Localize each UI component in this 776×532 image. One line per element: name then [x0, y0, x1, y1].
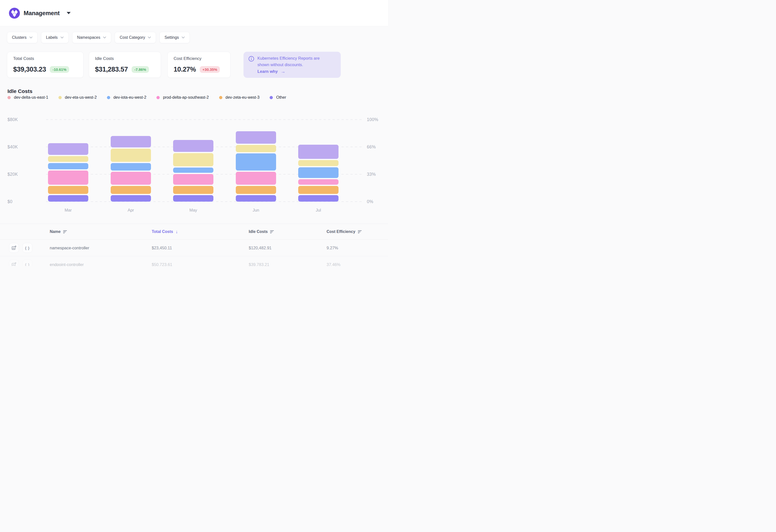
bar-apr[interactable]: [111, 136, 151, 202]
y-axis-tick-right: 66%: [367, 145, 376, 150]
column-header-total-costs[interactable]: Total Costs ↓: [152, 229, 249, 234]
clusters-filter-button[interactable]: Clusters: [7, 32, 37, 43]
bar-segment-Other[interactable]: [236, 195, 276, 202]
bar-segment-prod-delta-ap-southeast-2[interactable]: [173, 174, 213, 185]
page-title[interactable]: Management: [24, 10, 60, 17]
table-row[interactable]: { } namespace-controller $23,450.11 $120…: [0, 240, 388, 256]
sort-lines-icon: [270, 230, 274, 233]
bar-segment-dev-zeta-eu-west-3[interactable]: [236, 186, 276, 194]
cost-category-filter-button[interactable]: Cost Category: [115, 32, 156, 43]
bar-mar[interactable]: [48, 143, 88, 202]
bar-segment-dev-delta-us-east-1[interactable]: [173, 140, 213, 152]
bar-segment-dev-eta-us-west-2[interactable]: [48, 156, 88, 162]
x-axis-label: May: [173, 208, 213, 213]
column-header-idle-costs[interactable]: Idle Costs: [249, 230, 327, 234]
x-axis-label: Jun: [236, 208, 276, 213]
legend-item[interactable]: Other: [269, 95, 286, 100]
settings-filter-button[interactable]: Settings: [159, 32, 190, 43]
total-costs-card: Total Costs $39,303.23 -10.61%: [7, 52, 83, 78]
delta-badge: -7.86%: [132, 66, 149, 73]
bar-segment-dev-delta-us-east-1[interactable]: [298, 145, 339, 159]
x-axis-label: Jul: [298, 208, 339, 213]
learn-why-label: Learn why: [257, 68, 278, 75]
gridline: [46, 119, 364, 120]
bar-segment-dev-iota-eu-west-2[interactable]: [236, 154, 276, 171]
curly-braces-icon: { }: [25, 263, 30, 266]
bar-segment-dev-iota-eu-west-2[interactable]: [298, 167, 339, 178]
delta-badge: -10.61%: [50, 66, 69, 73]
column-header-name[interactable]: Name: [50, 230, 152, 234]
bar-jul[interactable]: [298, 145, 339, 202]
bar-segment-Other[interactable]: [111, 195, 151, 202]
row-total-costs: $23,450.11: [152, 246, 249, 250]
stat-value: $39,303.23: [13, 66, 46, 73]
bar-segment-dev-iota-eu-west-2[interactable]: [173, 168, 213, 173]
bar-segment-dev-eta-us-west-2[interactable]: [111, 149, 151, 162]
filter-label: Clusters: [12, 35, 27, 40]
bar-segment-dev-zeta-eu-west-3[interactable]: [173, 186, 213, 194]
curly-braces-icon: { }: [25, 246, 30, 250]
learn-why-link[interactable]: Learn why →: [257, 68, 332, 75]
y-axis-tick-right: 0%: [367, 199, 373, 204]
y-axis-tick-right: 100%: [367, 117, 378, 122]
bar-segment-Other[interactable]: [48, 195, 88, 202]
y-axis-tick-right: 33%: [367, 172, 376, 177]
bar-segment-prod-delta-ap-southeast-2[interactable]: [48, 171, 88, 185]
chevron-down-icon: [182, 36, 185, 38]
info-circle-icon: [248, 56, 254, 74]
bar-segment-dev-iota-eu-west-2[interactable]: [48, 163, 88, 169]
title-dropdown-caret-icon[interactable]: [67, 12, 71, 14]
view-yaml-button[interactable]: { }: [22, 260, 32, 266]
bar-segment-dev-eta-us-west-2[interactable]: [298, 160, 339, 166]
row-total-costs: $50,723.61: [152, 262, 249, 266]
legend-item[interactable]: dev-iota-eu-west-2: [107, 95, 147, 100]
labels-filter-button[interactable]: Labels: [41, 32, 69, 43]
bar-segment-Other[interactable]: [298, 195, 339, 202]
legend-item[interactable]: dev-eta-us-west-2: [58, 95, 97, 100]
top-bar: Management: [0, 0, 388, 26]
filter-label: Settings: [164, 35, 179, 40]
legend-item[interactable]: prod-delta-ap-southeast-2: [157, 95, 209, 100]
filter-label: Cost Category: [120, 35, 145, 40]
bar-segment-dev-zeta-eu-west-3[interactable]: [48, 186, 88, 194]
column-header-cost-efficiency[interactable]: Cost Efficiency: [327, 230, 388, 234]
table-row[interactable]: { } endpoint-controller $50,723.61 $39,7…: [0, 256, 388, 266]
legend-dot-icon: [107, 96, 110, 99]
stat-label: Cost Efficiency: [174, 56, 224, 61]
row-name: namespace-controller: [50, 246, 152, 250]
bar-segment-prod-delta-ap-southeast-2[interactable]: [236, 172, 276, 185]
open-report-button[interactable]: [9, 260, 19, 266]
y-axis-tick-left: $40K: [7, 145, 18, 150]
legend-item[interactable]: dev-zeta-eu-west-3: [219, 95, 260, 100]
workloads-table: Name Total Costs ↓ Idle Costs Cost Effic…: [0, 224, 388, 266]
bar-segment-prod-delta-ap-southeast-2[interactable]: [111, 172, 151, 185]
bar-segment-dev-eta-us-west-2[interactable]: [236, 145, 276, 152]
bar-jun[interactable]: [236, 131, 276, 202]
bar-segment-Other[interactable]: [173, 195, 213, 202]
bar-segment-prod-delta-ap-southeast-2[interactable]: [298, 179, 339, 185]
column-label: Cost Efficiency: [327, 230, 355, 234]
bar-segment-dev-zeta-eu-west-3[interactable]: [298, 186, 339, 194]
namespaces-filter-button[interactable]: Namespaces: [72, 32, 111, 43]
delta-badge: +30.35%: [200, 66, 220, 73]
legend-dot-icon: [157, 96, 160, 99]
open-report-button[interactable]: [9, 243, 19, 253]
chevron-down-icon: [60, 36, 64, 38]
legend-dot-icon: [219, 96, 222, 99]
row-name: endpoint-controller: [50, 262, 152, 266]
bar-segment-dev-iota-eu-west-2[interactable]: [111, 163, 151, 171]
legend-label: dev-iota-eu-west-2: [114, 95, 147, 100]
filter-label: Labels: [46, 35, 58, 40]
bar-segment-dev-delta-us-east-1[interactable]: [111, 136, 151, 148]
bar-segment-dev-zeta-eu-west-3[interactable]: [111, 186, 151, 194]
bar-may[interactable]: [173, 140, 213, 202]
filter-label: Namespaces: [77, 35, 100, 40]
legend-item[interactable]: dev-delta-us-east-1: [7, 95, 48, 100]
bar-segment-dev-delta-us-east-1[interactable]: [48, 143, 88, 155]
chevron-down-icon: [29, 36, 33, 38]
view-yaml-button[interactable]: { }: [22, 243, 32, 253]
bar-segment-dev-delta-us-east-1[interactable]: [236, 131, 276, 144]
bar-segment-dev-eta-us-west-2[interactable]: [173, 153, 213, 166]
y-axis-tick-left: $0: [7, 199, 12, 204]
app-logo-icon: [9, 8, 20, 19]
